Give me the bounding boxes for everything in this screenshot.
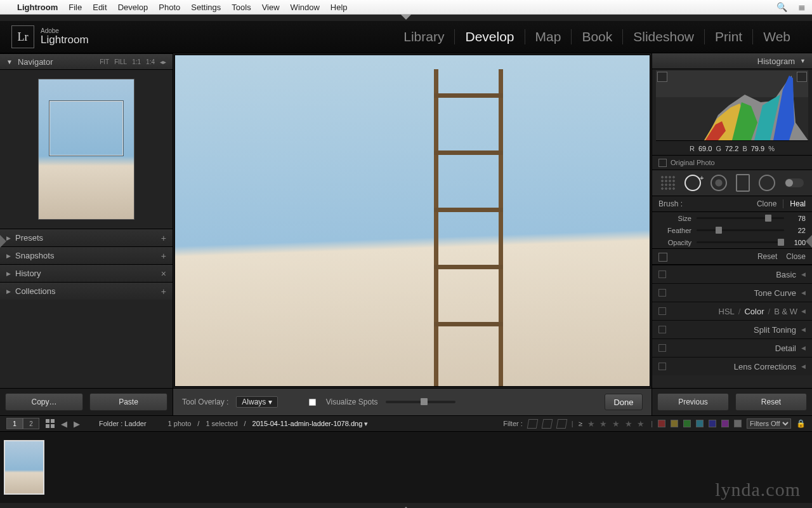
menu-window[interactable]: Window xyxy=(291,3,320,12)
rating-filter[interactable]: ★ ★ ★ ★ ★ xyxy=(587,419,646,429)
histogram-header[interactable]: Histogram ▼ xyxy=(652,53,812,69)
visualize-spots-slider[interactable] xyxy=(386,401,455,403)
histogram-graph[interactable] xyxy=(656,70,808,141)
previous-button[interactable]: Previous xyxy=(657,393,729,411)
label-filter-custom[interactable] xyxy=(721,420,729,427)
module-book[interactable]: Book xyxy=(572,29,622,44)
zoom-custom[interactable]: 1:4 xyxy=(146,58,155,65)
flag-rejected-filter-icon[interactable] xyxy=(556,419,567,429)
zoom-fit[interactable]: FIT xyxy=(100,58,109,65)
nav-forward-icon[interactable]: ▶ xyxy=(74,419,80,429)
filmstrip[interactable]: lynda.com xyxy=(0,432,812,503)
zoom-stepper-icon[interactable]: ◂▸ xyxy=(160,58,166,65)
current-filename[interactable]: 2015-04-11-admin-ladder-1078.dng xyxy=(252,420,363,427)
history-section[interactable]: ▶ History × xyxy=(0,264,173,282)
visualize-spots-checkbox[interactable] xyxy=(308,398,316,406)
filter-lock-icon[interactable]: 🔒 xyxy=(796,419,806,428)
crop-tool-icon[interactable] xyxy=(660,175,676,190)
module-library[interactable]: Library xyxy=(393,29,454,44)
module-map[interactable]: Map xyxy=(525,29,572,44)
paste-settings-button[interactable]: Paste xyxy=(89,393,167,411)
module-slideshow[interactable]: Slideshow xyxy=(623,29,704,44)
bw-tab[interactable]: B & W xyxy=(774,307,797,316)
done-button[interactable]: Done xyxy=(605,394,643,410)
original-photo-toggle[interactable]: Original Photo xyxy=(652,155,812,170)
menu-edit[interactable]: Edit xyxy=(93,3,107,12)
color-tab[interactable]: Color xyxy=(744,307,764,316)
grid-view-icon[interactable] xyxy=(46,419,55,428)
graduated-filter-tool-icon[interactable] xyxy=(736,174,750,192)
feather-slider[interactable] xyxy=(697,229,784,231)
presets-section[interactable]: ▶ Presets + xyxy=(0,229,173,246)
copy-settings-button[interactable]: Copy… xyxy=(5,393,83,411)
menu-tools[interactable]: Tools xyxy=(232,3,251,12)
left-panel-collapse-arrow[interactable] xyxy=(0,235,6,248)
photo-canvas[interactable] xyxy=(174,55,650,387)
adjustment-brush-tool-icon[interactable] xyxy=(785,178,804,187)
split-toning-section[interactable]: Split Toning◀ xyxy=(652,320,812,338)
clone-mode[interactable]: Clone xyxy=(757,199,776,208)
lens-corrections-section[interactable]: Lens Corrections◀ xyxy=(652,357,812,375)
navigator-viewport[interactable] xyxy=(49,101,123,156)
menu-help[interactable]: Help xyxy=(331,3,348,12)
label-filter-red[interactable] xyxy=(658,420,665,427)
primary-display-button[interactable]: 1 xyxy=(6,418,23,429)
right-panel-collapse-arrow[interactable] xyxy=(806,235,812,248)
close-spot-button[interactable]: Close xyxy=(786,252,806,261)
label-filter-yellow[interactable] xyxy=(671,420,678,427)
redeye-tool-icon[interactable] xyxy=(710,175,727,191)
zoom-1-1[interactable]: 1:1 xyxy=(132,58,141,65)
opacity-slider[interactable] xyxy=(697,241,784,243)
label-filter-none[interactable] xyxy=(734,420,742,427)
add-preset-button[interactable]: + xyxy=(161,233,166,243)
menu-view[interactable]: View xyxy=(262,3,280,12)
filmstrip-thumbnail[interactable] xyxy=(4,440,44,495)
notification-center-icon[interactable]: ≣ xyxy=(798,2,806,12)
module-print[interactable]: Print xyxy=(705,29,752,44)
radial-filter-tool-icon[interactable] xyxy=(759,175,775,191)
detail-section[interactable]: Detail◀ xyxy=(652,338,812,357)
flag-unflagged-filter-icon[interactable] xyxy=(541,419,553,429)
clear-history-button[interactable]: × xyxy=(161,269,166,279)
reset-spot-button[interactable]: Reset xyxy=(757,252,777,261)
hsl-tab[interactable]: HSL xyxy=(719,307,735,316)
feather-value[interactable]: 22 xyxy=(789,227,806,234)
heal-mode[interactable]: Heal xyxy=(790,199,806,208)
zoom-fill[interactable]: FILL xyxy=(114,58,127,65)
hsl-color-bw-section[interactable]: HSL/ Color/ B & W ◀ xyxy=(652,302,812,320)
panel-switch-icon[interactable] xyxy=(658,253,667,262)
secondary-display-button[interactable]: 2 xyxy=(23,418,39,429)
navigator-header[interactable]: ▼ Navigator FIT FILL 1:1 1:4 ◂▸ xyxy=(0,53,173,70)
source-folder-label[interactable]: Folder : Ladder xyxy=(99,420,147,427)
top-panel-collapse[interactable] xyxy=(0,15,812,21)
menu-settings[interactable]: Settings xyxy=(191,3,221,12)
add-snapshot-button[interactable]: + xyxy=(161,251,166,261)
spot-removal-tool-icon[interactable] xyxy=(684,175,701,191)
menu-photo[interactable]: Photo xyxy=(159,3,180,12)
add-collection-button[interactable]: + xyxy=(161,286,166,297)
snapshots-section[interactable]: ▶ Snapshots + xyxy=(0,246,173,264)
label-filter-purple[interactable] xyxy=(709,420,716,427)
module-web[interactable]: Web xyxy=(753,29,801,44)
size-value[interactable]: 78 xyxy=(789,215,806,222)
menu-develop[interactable]: Develop xyxy=(118,3,148,12)
label-filter-blue[interactable] xyxy=(696,420,704,427)
basic-section[interactable]: Basic◀ xyxy=(652,265,812,283)
rating-ge-icon[interactable]: ≥ xyxy=(579,420,582,427)
module-develop[interactable]: Develop xyxy=(455,29,524,44)
label-filter-green[interactable] xyxy=(683,420,691,427)
navigator-preview[interactable] xyxy=(0,70,173,229)
flag-picked-filter-icon[interactable] xyxy=(527,419,538,429)
filter-preset-select[interactable]: Filters Off xyxy=(747,418,791,429)
collections-section[interactable]: ▶ Collections + xyxy=(0,282,173,300)
nav-back-icon[interactable]: ◀ xyxy=(61,419,67,429)
bottom-panel-collapse[interactable] xyxy=(0,503,812,508)
menu-file[interactable]: File xyxy=(69,3,82,12)
spotlight-icon[interactable]: 🔍 xyxy=(776,2,787,12)
opacity-value[interactable]: 100 xyxy=(789,239,806,246)
reset-all-button[interactable]: Reset xyxy=(735,393,807,411)
app-menu[interactable]: Lightroom xyxy=(17,3,58,12)
size-slider[interactable] xyxy=(697,217,784,219)
tool-overlay-select[interactable]: Always ▾ xyxy=(236,396,277,408)
tone-curve-section[interactable]: Tone Curve◀ xyxy=(652,283,812,302)
